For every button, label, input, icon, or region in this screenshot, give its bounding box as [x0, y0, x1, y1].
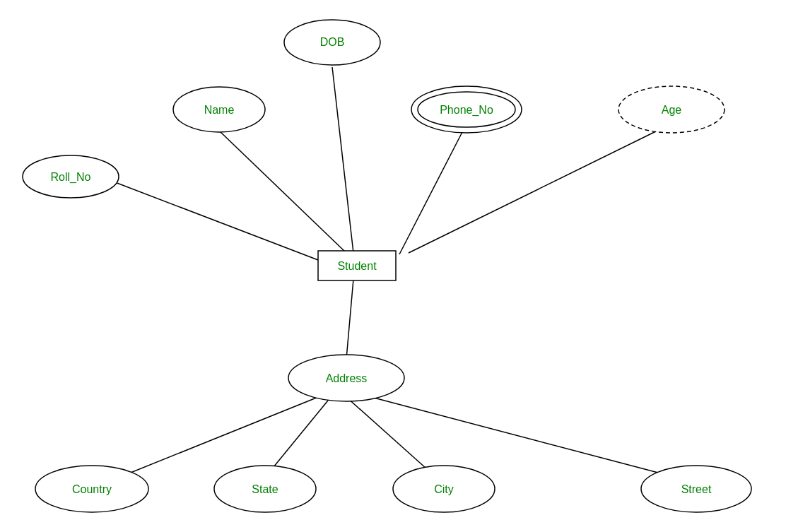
line-student-age [409, 127, 664, 253]
phone-label: Phone_No [440, 104, 493, 117]
age-label: Age [662, 104, 682, 116]
line-student-rollno [110, 180, 318, 260]
student-label: Student [337, 260, 377, 272]
street-label: Street [681, 483, 712, 495]
city-label: City [434, 483, 454, 495]
line-student-address [346, 279, 353, 359]
line-address-city [346, 397, 433, 475]
line-student-dob [332, 67, 353, 253]
name-label: Name [204, 104, 235, 116]
er-diagram: Student DOB Name Phone_No Age Roll_No Ad… [0, 0, 786, 532]
address-label: Address [326, 372, 368, 384]
line-address-state [267, 397, 331, 475]
line-student-phone [399, 131, 463, 254]
country-label: Country [72, 483, 112, 495]
line-address-street [360, 394, 671, 476]
dob-label: DOB [320, 36, 345, 48]
state-label: State [252, 483, 278, 495]
line-address-country [117, 396, 322, 478]
line-student-name [219, 131, 346, 253]
rollno-label: Roll_No [51, 171, 91, 184]
